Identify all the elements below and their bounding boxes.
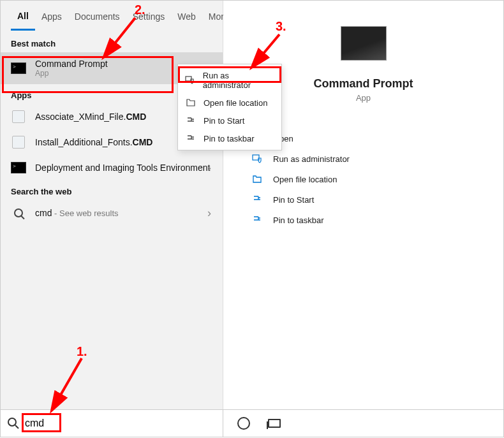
ctx-label: Run as administrator: [203, 71, 275, 90]
app-result-3[interactable]: Deployment and Imaging Tools Environment…: [1, 155, 223, 180]
action-pin-start[interactable]: Pin to Start: [249, 189, 503, 210]
action-label: Open file location: [273, 175, 337, 184]
taskbar: [0, 410, 504, 437]
preview-title: Command Prompt: [313, 77, 413, 91]
tab-web[interactable]: Web: [171, 4, 202, 29]
tab-settings[interactable]: Settings: [126, 4, 172, 29]
action-run-admin[interactable]: Run as administrator: [249, 149, 503, 169]
action-pin-taskbar[interactable]: Pin to taskbar: [249, 210, 503, 230]
tab-apps[interactable]: Apps: [35, 4, 68, 29]
cmd-icon: [11, 62, 26, 75]
pin-icon: [249, 215, 265, 225]
shield-icon: [249, 154, 265, 164]
ctx-run-admin[interactable]: Run as administrator: [178, 67, 281, 94]
search-icon: [7, 417, 20, 430]
tab-documents[interactable]: Documents: [68, 4, 126, 29]
action-label: Pin to Start: [273, 195, 314, 205]
cmd-icon: [11, 161, 26, 174]
tab-all[interactable]: All: [11, 3, 35, 31]
task-view-icon[interactable]: [268, 419, 281, 428]
pin-icon: [184, 115, 197, 126]
file-icon: [11, 136, 26, 149]
search-box[interactable]: [1, 410, 223, 437]
filter-tabs: All Apps Documents Settings Web More▾ Fe…: [1, 1, 223, 33]
svg-point-2: [8, 418, 16, 426]
ctx-open-location[interactable]: Open file location: [178, 94, 281, 112]
ctx-label: Pin to Start: [204, 116, 244, 126]
folder-icon: [249, 174, 265, 184]
ctx-pin-taskbar[interactable]: Pin to taskbar: [178, 129, 281, 147]
action-open-location[interactable]: Open file location: [249, 169, 503, 189]
search-icon: [11, 207, 26, 219]
action-label: Pin to taskbar: [273, 215, 324, 225]
results-column: All Apps Documents Settings Web More▾ Fe…: [1, 1, 223, 409]
search-results-panel: All Apps Documents Settings Web More▾ Fe…: [0, 0, 504, 410]
shield-icon: [184, 75, 196, 85]
preview-column: Command Prompt App Open Run as administr…: [223, 1, 503, 409]
chevron-right-icon[interactable]: ›: [207, 207, 211, 220]
action-label: Run as administrator: [273, 154, 350, 164]
section-best-match: Best match: [1, 33, 223, 52]
preview-subtitle: App: [356, 93, 371, 103]
web-result[interactable]: cmd - See web results ›: [1, 200, 223, 226]
ctx-pin-start[interactable]: Pin to Start: [178, 112, 281, 129]
section-web: Search the web: [1, 180, 223, 200]
chevron-right-icon[interactable]: ›: [207, 161, 211, 175]
file-icon: [11, 110, 26, 123]
ctx-label: Pin to taskbar: [204, 134, 255, 143]
folder-icon: [184, 98, 197, 108]
cortana-icon[interactable]: [237, 417, 250, 430]
pin-icon: [249, 194, 265, 205]
context-menu: Run as administrator Open file location …: [177, 64, 282, 150]
pin-icon: [184, 133, 197, 143]
svg-line-3: [15, 425, 19, 428]
ctx-label: Open file location: [204, 98, 267, 108]
search-input[interactable]: [25, 418, 219, 429]
app-thumbnail-icon: [341, 26, 387, 61]
action-open[interactable]: Open: [249, 128, 503, 149]
